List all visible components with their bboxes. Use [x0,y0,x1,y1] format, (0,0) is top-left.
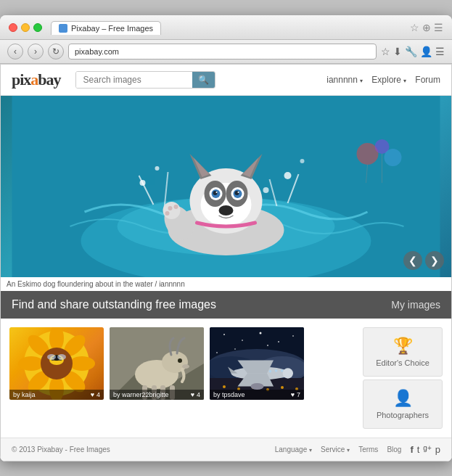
person-icon: 👤 [393,389,413,408]
share-icon[interactable]: ⊕ [422,22,431,33]
hero-prev-button[interactable]: ❮ [403,251,422,270]
site-header: pixabay 🔍 iannnnn ▾ Explore ▾ Forum [1,65,451,96]
page-content: pixabay 🔍 iannnnn ▾ Explore ▾ Forum [0,64,452,461]
back-button[interactable]: ‹ [7,44,23,60]
site-logo[interactable]: pixabay [12,70,61,89]
svg-point-32 [168,206,173,210]
svg-point-54 [47,354,56,360]
svg-point-67 [223,334,225,335]
svg-point-61 [182,364,189,369]
grid-item-3[interactable]: by tpsdave ♥ 7 [210,327,304,400]
grid-images: by kaija ♥ 4 [9,327,357,400]
traffic-lights [9,23,42,32]
grid-item-1-author: by kaija [13,391,36,398]
photographers-label: Photographers [377,411,429,419]
footer-links: Language ▾ Service ▾ Terms Blog f t g+ p [275,444,440,455]
minimize-button[interactable] [21,23,30,32]
search-bar: 🔍 [75,71,215,89]
grid-item-2[interactable]: by warner22brigitte ♥ 4 [110,327,204,400]
hero-section: ❮ ❯ [1,96,451,277]
svg-point-5 [284,172,292,179]
svg-point-43 [69,356,95,371]
download-icon[interactable]: ⬇ [393,46,402,57]
grid-item-1[interactable]: by kaija ♥ 4 [9,327,104,400]
svg-point-34 [165,211,170,216]
explore-dropdown-arrow: ▾ [403,78,406,84]
svg-point-72 [234,348,236,350]
title-bar: Pixabay – Free Images ☆ ⊕ ☰ [0,15,452,40]
tab-favicon [59,24,67,33]
my-images-link[interactable]: My images [391,299,440,311]
editors-choice-label: Editor's Choice [376,358,430,367]
active-tab[interactable]: Pixabay – Free Images [51,21,161,35]
copyright-text: © 2013 Pixabay - Free Images [12,446,110,454]
pinterest-icon[interactable]: p [435,444,440,455]
editors-choice-item[interactable]: 🏆 Editor's Choice [363,327,443,377]
address-bar[interactable] [68,44,377,60]
banner: Find and share outstanding free images M… [1,291,451,319]
svg-point-59 [162,351,188,373]
footer-service[interactable]: Service ▾ [321,446,350,454]
nav-forum[interactable]: Forum [415,75,440,85]
svg-point-90 [251,383,264,390]
svg-point-6 [300,159,305,163]
bookmark-icon[interactable]: ☆ [381,46,390,57]
twitter-icon[interactable]: t [417,444,420,455]
user-dropdown-arrow: ▾ [360,78,363,84]
header-nav: iannnnn ▾ Explore ▾ Forum [326,75,440,85]
banner-title: Find and share outstanding free images [12,298,216,311]
svg-point-47 [18,356,44,371]
search-input[interactable] [76,72,192,88]
svg-point-33 [174,205,178,209]
svg-point-91 [269,370,272,373]
svg-point-93 [281,369,284,372]
footer-terms[interactable]: Terms [358,446,378,454]
svg-point-60 [178,358,182,363]
nav-explore[interactable]: Explore ▾ [371,75,406,85]
refresh-button[interactable]: ↻ [48,44,64,60]
svg-point-74 [216,352,218,353]
svg-point-55 [57,354,66,360]
tab-label: Pixabay – Free Images [71,24,153,33]
svg-point-26 [235,191,239,195]
svg-point-69 [260,332,262,334]
trophy-icon: 🏆 [393,337,413,356]
hero-navigation: ❮ ❯ [403,251,444,270]
settings-icon[interactable]: ☰ [434,22,443,33]
tab-bar: Pixabay – Free Images [51,21,404,35]
close-button[interactable] [9,23,17,32]
browser-icons-right: ☆ ⊕ ☰ [410,22,443,33]
star-icon[interactable]: ☆ [410,22,419,33]
forward-button[interactable]: › [28,44,44,60]
photographers-item[interactable]: 👤 Photographers [363,379,443,429]
googleplus-icon[interactable]: g+ [423,444,431,455]
svg-point-92 [275,369,278,372]
grid-item-1-label: by kaija ♥ 4 [9,390,104,400]
svg-point-83 [281,386,284,389]
extensions-icon[interactable]: 🔧 [405,46,417,57]
svg-point-70 [278,341,279,342]
facebook-icon[interactable]: f [410,444,413,455]
svg-point-27 [216,192,218,193]
grid-item-3-label: by tpsdave ♥ 7 [210,390,304,400]
svg-point-71 [292,335,294,337]
nav-user[interactable]: iannnnn ▾ [326,75,363,85]
svg-point-7 [263,187,269,193]
hero-image: ❮ ❯ [1,96,451,277]
svg-point-37 [385,149,402,166]
svg-point-25 [213,191,218,195]
maximize-button[interactable] [33,23,42,32]
browser-window: Pixabay – Free Images ☆ ⊕ ☰ ‹ › ↻ ☆ ⬇ 🔧 … [0,15,452,461]
user-icon[interactable]: 👤 [420,46,432,57]
footer-language[interactable]: Language ▾ [275,446,312,454]
menu-icon[interactable]: ☰ [435,46,445,57]
footer-blog[interactable]: Blog [387,446,401,454]
grid-item-2-likes: ♥ 4 [191,391,200,398]
svg-point-68 [242,340,243,341]
grid-item-2-label: by warner22brigitte ♥ 4 [110,390,204,400]
svg-point-73 [267,345,268,346]
social-icons: f t g+ p [410,444,440,455]
hero-next-button[interactable]: ❯ [425,251,444,270]
search-button[interactable]: 🔍 [192,72,215,88]
svg-point-86 [283,368,293,378]
